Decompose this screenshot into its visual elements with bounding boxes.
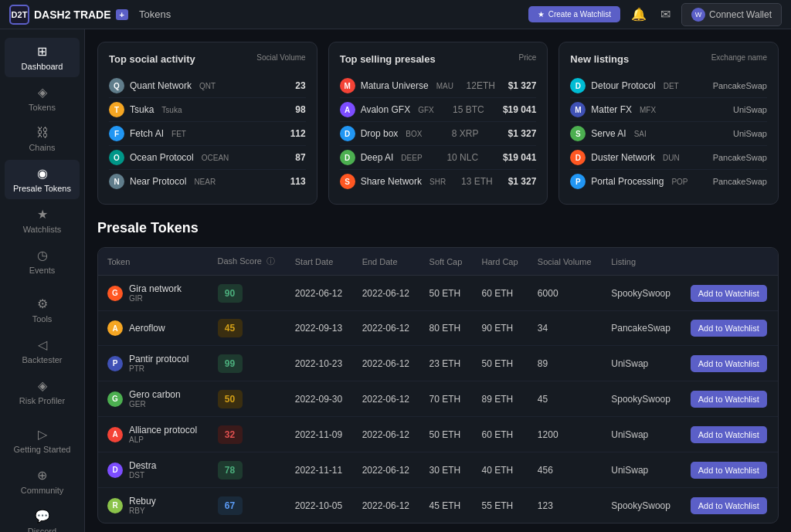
cell-listing: SpookySwoop bbox=[602, 488, 681, 524]
sidebar-item-risk-profiler[interactable]: ◈ Risk Profiler bbox=[5, 372, 80, 412]
token-name: Destra bbox=[129, 460, 156, 471]
add-to-watchlist-button[interactable]: Add to Watchlist bbox=[691, 320, 767, 337]
listing-row-4: D Duster Network DUN PancakeSwap bbox=[570, 146, 767, 170]
main-layout: ⊞ Dashboard ◈ Tokens ⛓ Chains ◉ Presale … bbox=[0, 29, 791, 532]
token-price: $1 327 bbox=[508, 80, 537, 91]
cell-action[interactable]: Add to Watchlist bbox=[681, 276, 778, 311]
social-value: 112 bbox=[290, 128, 306, 139]
cell-action[interactable]: Add to Watchlist bbox=[681, 346, 778, 381]
exchange-name: PancakeSwap bbox=[713, 81, 767, 90]
token-amount: 13 ETH bbox=[461, 176, 493, 187]
sidebar-item-community[interactable]: ⊕ Community bbox=[5, 462, 80, 501]
top-selling-card: Top selling presales Price M Matura Univ… bbox=[328, 42, 548, 205]
card-header: Top social activity Social Volume bbox=[109, 53, 306, 66]
watchlist-btn-label: Create a Watchlist bbox=[548, 10, 611, 19]
card-subtitle: Price bbox=[519, 53, 537, 62]
create-watchlist-button[interactable]: ★ Create a Watchlist bbox=[528, 6, 620, 22]
col-social-volume: Social Volume bbox=[528, 248, 602, 276]
add-to-watchlist-button[interactable]: Add to Watchlist bbox=[691, 285, 767, 302]
cell-action[interactable]: Add to Watchlist bbox=[681, 311, 778, 346]
sidebar-item-label: Community bbox=[21, 486, 64, 495]
new-listings-card: New listings Exchange name D Detour Prot… bbox=[558, 42, 779, 205]
exchange-name: PancakeSwap bbox=[713, 177, 767, 186]
mail-button[interactable]: ✉ bbox=[657, 4, 674, 25]
cell-hard-cap: 89 ETH bbox=[473, 381, 528, 417]
notifications-button[interactable]: 🔔 bbox=[628, 4, 650, 25]
token-name: Rebuy bbox=[129, 496, 156, 507]
cell-score: 45 bbox=[209, 311, 286, 346]
token-name: Ocean Protocol bbox=[130, 152, 194, 163]
logo: D2T DASH2 TRADE + bbox=[9, 5, 128, 25]
cell-end-date: 2022-06-12 bbox=[353, 346, 420, 381]
token-ticker: BOX bbox=[406, 130, 422, 138]
sidebar: ⊞ Dashboard ◈ Tokens ⛓ Chains ◉ Presale … bbox=[0, 29, 85, 532]
cell-action[interactable]: Add to Watchlist bbox=[681, 381, 778, 417]
token-icon: A bbox=[107, 427, 123, 442]
col-dash-score: Dash Score ⓘ bbox=[209, 248, 286, 276]
card-title: Top selling presales bbox=[340, 53, 436, 65]
cell-listing: UniSwap bbox=[602, 417, 681, 452]
col-start-date: Start Date bbox=[286, 248, 353, 276]
sidebar-item-tools[interactable]: ⚙ Tools bbox=[5, 290, 80, 330]
social-row-5: N Near Protocol NEAR 113 bbox=[109, 170, 306, 193]
add-to-watchlist-button[interactable]: Add to Watchlist bbox=[691, 462, 767, 479]
cell-social-volume: 6000 bbox=[528, 276, 602, 311]
sidebar-item-discord[interactable]: 💬 Discord bbox=[5, 503, 80, 532]
sidebar-item-dashboard[interactable]: ⊞ Dashboard bbox=[5, 38, 80, 77]
selling-row-4: D Deep AI DEEP 10 NLC $19 041 bbox=[340, 146, 537, 170]
connect-wallet-button[interactable]: W Connect Wallet bbox=[681, 3, 782, 26]
cell-score: 50 bbox=[209, 381, 286, 417]
score-badge: 78 bbox=[218, 461, 243, 479]
token-price: $1 327 bbox=[508, 176, 537, 187]
sidebar-item-backtester[interactable]: ◁ Backtester bbox=[5, 331, 80, 371]
cell-action[interactable]: Add to Watchlist bbox=[681, 452, 778, 488]
cell-soft-cap: 30 ETH bbox=[420, 452, 473, 488]
tools-icon: ⚙ bbox=[37, 296, 48, 311]
cell-soft-cap: 23 ETH bbox=[420, 346, 473, 381]
token-name: Tsuka bbox=[130, 104, 154, 115]
cell-end-date: 2022-06-12 bbox=[353, 488, 420, 524]
sidebar-item-events[interactable]: ◷ Events bbox=[5, 242, 80, 281]
token-ticker: DST bbox=[129, 471, 156, 479]
listing-row-3: S Serve AI SAI UniSwap bbox=[570, 122, 767, 146]
cell-social-volume: 89 bbox=[528, 346, 602, 381]
token-name: Pantir protocol bbox=[129, 354, 188, 364]
table-row: P Pantir protocol PTR 99 2022-10-23 2022… bbox=[98, 346, 778, 381]
sidebar-item-label: Tools bbox=[32, 314, 53, 324]
add-to-watchlist-button[interactable]: Add to Watchlist bbox=[691, 497, 767, 514]
cell-soft-cap: 45 ETH bbox=[420, 488, 473, 524]
card-title: Top social activity bbox=[109, 53, 195, 65]
add-to-watchlist-button[interactable]: Add to Watchlist bbox=[691, 391, 767, 408]
score-badge: 99 bbox=[218, 354, 243, 373]
cell-hard-cap: 90 ETH bbox=[473, 311, 528, 346]
social-value: 98 bbox=[295, 104, 305, 115]
col-hard-cap: Hard Cap bbox=[473, 248, 528, 276]
cell-action[interactable]: Add to Watchlist bbox=[681, 488, 778, 524]
token-name: Alliance protocol bbox=[129, 425, 197, 435]
selling-row-1: M Matura Universe MAU 12ETH $1 327 bbox=[340, 74, 537, 98]
cell-soft-cap: 80 ETH bbox=[420, 311, 473, 346]
sidebar-item-getting-started[interactable]: ▷ Getting Started bbox=[5, 421, 80, 460]
sidebar-item-watchlists[interactable]: ★ Watchlists bbox=[5, 201, 80, 240]
token-ticker: RBY bbox=[129, 507, 156, 515]
cell-listing: SpookySwoop bbox=[602, 276, 681, 311]
sidebar-item-tokens[interactable]: ◈ Tokens bbox=[5, 79, 80, 118]
cell-start-date: 2022-11-11 bbox=[286, 452, 353, 488]
cell-social-volume: 34 bbox=[528, 311, 602, 346]
add-to-watchlist-button[interactable]: Add to Watchlist bbox=[691, 355, 767, 372]
table-header-row: Token Dash Score ⓘ Start Date End Date S… bbox=[98, 248, 778, 276]
cell-score: 90 bbox=[209, 276, 286, 311]
score-badge: 45 bbox=[218, 319, 243, 337]
cell-action[interactable]: Add to Watchlist bbox=[681, 417, 778, 452]
token-name: Aeroflow bbox=[129, 323, 165, 334]
sidebar-item-label: Presale Tokens bbox=[13, 184, 71, 193]
token-ticker: DET bbox=[664, 82, 679, 90]
token-ticker: DUN bbox=[663, 154, 680, 162]
token-ticker: MAU bbox=[436, 82, 453, 90]
sidebar-item-chains[interactable]: ⛓ Chains bbox=[5, 120, 80, 158]
risk-icon: ◈ bbox=[38, 378, 47, 393]
sidebar-item-presale-tokens[interactable]: ◉ Presale Tokens bbox=[5, 160, 80, 199]
token-ticker: PTR bbox=[129, 364, 188, 373]
card-subtitle: Exchange name bbox=[711, 53, 767, 62]
add-to-watchlist-button[interactable]: Add to Watchlist bbox=[691, 426, 767, 443]
